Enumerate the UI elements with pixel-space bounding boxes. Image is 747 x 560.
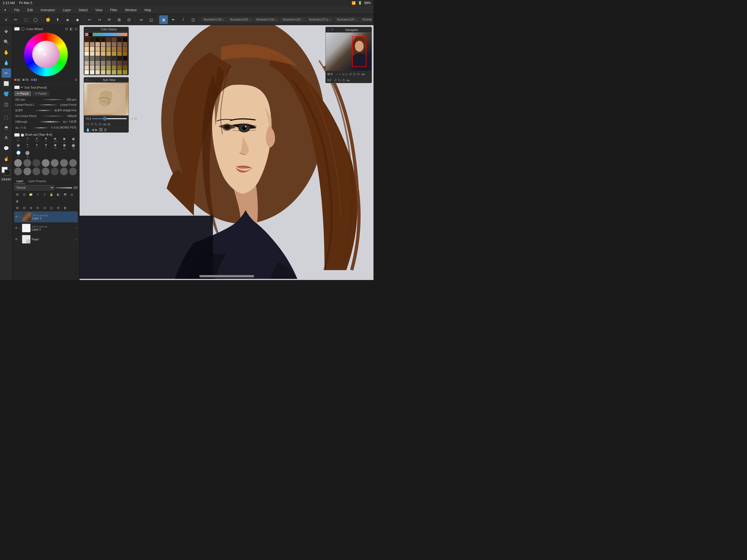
layer-flatten[interactable]: ⊟ bbox=[21, 205, 27, 211]
color-cell-26[interactable] bbox=[96, 51, 100, 56]
nav-rotate-cw[interactable]: ↻ bbox=[353, 72, 356, 76]
tab-illustration126[interactable]: Illustration126[× bbox=[280, 17, 306, 22]
toolbar-move[interactable]: ⬆ bbox=[53, 15, 62, 24]
layer-reference[interactable]: ◎ bbox=[69, 192, 75, 198]
opacity-slider[interactable] bbox=[55, 187, 72, 188]
toolbar-grab[interactable]: ✊ bbox=[44, 15, 52, 24]
color-cell-55[interactable] bbox=[123, 65, 127, 70]
tool-pen[interactable]: ✏ bbox=[2, 68, 11, 78]
sub-view-flip[interactable]: ⟳ bbox=[99, 122, 102, 126]
paper-visibility[interactable]: 👁 bbox=[15, 237, 18, 241]
color-cell-45[interactable] bbox=[112, 61, 116, 65]
color-wheel-view2[interactable]: ⊟ bbox=[75, 27, 78, 31]
toolbar-lasso[interactable]: ⬚ bbox=[21, 15, 30, 24]
paper-lock[interactable]: □ bbox=[19, 238, 21, 241]
color-cell-59[interactable] bbox=[101, 70, 105, 74]
tool-zoom[interactable]: 🔍 bbox=[2, 37, 11, 47]
color-history-drag[interactable]: ✕ — bbox=[85, 28, 91, 31]
color-cell-5[interactable] bbox=[112, 37, 116, 42]
color-cell-2[interactable] bbox=[96, 37, 100, 42]
tab-illustration124[interactable]: Illustration124[× bbox=[254, 17, 279, 22]
brush-size-0.7[interactable]: 0.7 bbox=[14, 138, 23, 143]
menu-help[interactable]: Help bbox=[143, 8, 153, 12]
color-cell-53[interactable] bbox=[112, 65, 116, 70]
layer-delete[interactable]: 🗑 bbox=[14, 198, 20, 204]
app-logo[interactable]: ✦ bbox=[2, 8, 8, 12]
color-wheel-drag[interactable]: ⋮⋮ bbox=[14, 27, 20, 31]
color-cell-9[interactable] bbox=[90, 42, 94, 47]
color-cell-38[interactable] bbox=[117, 56, 122, 60]
color-cell-60[interactable] bbox=[106, 70, 111, 74]
sub-view-skip-back[interactable]: ⏮ bbox=[103, 122, 106, 126]
tab-illustration128[interactable]: Illustration128× bbox=[334, 17, 359, 22]
color-cell-56[interactable] bbox=[84, 70, 89, 74]
color-cell-19[interactable] bbox=[101, 47, 105, 51]
brush-size-17[interactable]: 17 bbox=[14, 151, 23, 158]
nav-angle-reset[interactable]: ⟳ bbox=[342, 78, 345, 82]
tab-pencil[interactable]: ✏ Pencil bbox=[14, 91, 31, 96]
color-cell-27[interactable] bbox=[101, 51, 105, 56]
color-cell-29[interactable] bbox=[112, 51, 116, 56]
layer-paper[interactable]: ◫ bbox=[48, 205, 54, 211]
layer-2-menu[interactable]: ≡ bbox=[75, 226, 77, 230]
nav-angle-start[interactable]: ⏮ bbox=[346, 78, 350, 82]
tool-move[interactable]: ✥ bbox=[2, 27, 11, 36]
nav-actual-size[interactable]: ◎ bbox=[345, 73, 348, 76]
menu-filter[interactable]: Filter bbox=[108, 8, 119, 12]
color-cell-58[interactable] bbox=[96, 70, 100, 74]
color-cell-6[interactable] bbox=[117, 37, 122, 42]
layer-2-lock[interactable]: □ bbox=[19, 227, 21, 230]
nav-rotate-ccw[interactable]: ↺ bbox=[349, 72, 352, 76]
color-cell-34[interactable] bbox=[96, 56, 100, 60]
brush-size-15[interactable]: 15 bbox=[69, 144, 78, 150]
color-cell-43[interactable] bbox=[101, 61, 105, 65]
brush-size-7[interactable]: 7 bbox=[32, 144, 41, 150]
toolbar-ellipse[interactable]: ◯ bbox=[31, 15, 40, 24]
layer-copy-paste[interactable]: ⊡ bbox=[42, 205, 48, 211]
color-cell-3[interactable] bbox=[101, 37, 105, 42]
brush-shape-6[interactable] bbox=[69, 159, 77, 167]
tool-text[interactable]: A bbox=[2, 133, 11, 143]
menu-select[interactable]: Select bbox=[77, 8, 89, 12]
new-folder[interactable]: 📁 bbox=[28, 192, 34, 198]
brush-lineart2[interactable]: Lineart Pencil 2 Lineart Pencil bbox=[14, 103, 78, 107]
brush-size-1.5[interactable]: 1.5 bbox=[32, 138, 41, 143]
tool-rotate[interactable]: ✋ bbox=[2, 48, 11, 57]
tool-select-rect[interactable]: ⬚ bbox=[2, 112, 11, 122]
brush-001pen[interactable]: 001 pen 000 pen bbox=[14, 97, 78, 102]
brush-nuiro[interactable]: ぬいろる モモ펜 (MOMO PEN) bbox=[14, 125, 78, 130]
color-cell-35[interactable] bbox=[101, 56, 105, 60]
nav-flip[interactable]: ⟳ bbox=[357, 72, 360, 76]
color-cell-37[interactable] bbox=[112, 56, 116, 60]
toolbar-eraser-mode[interactable]: ◫ bbox=[189, 15, 198, 24]
brush-size-12[interactable]: 12 bbox=[60, 144, 69, 150]
color-cell-51[interactable] bbox=[101, 65, 105, 70]
navigator-minimize[interactable]: — ✕ bbox=[327, 28, 334, 31]
layer-merge-down[interactable]: ⊕ bbox=[28, 205, 34, 211]
tab-layer-property[interactable]: Layer Property bbox=[26, 179, 48, 184]
brush-size-4[interactable]: 4 bbox=[69, 138, 78, 143]
color-cell-40[interactable] bbox=[84, 61, 89, 65]
brush-size-5[interactable]: 5 bbox=[14, 144, 23, 150]
color-cell-61[interactable] bbox=[112, 70, 116, 74]
paper-menu[interactable]: ≡ bbox=[75, 237, 77, 241]
sub-view-prev[interactable]: ◀ bbox=[91, 128, 94, 132]
nav-angle-ccw[interactable]: ↺ bbox=[334, 78, 337, 82]
toolbar-pen-mode[interactable]: ✒ bbox=[169, 15, 178, 24]
color-cell-15[interactable] bbox=[123, 42, 127, 47]
toolbar-rotate[interactable]: ⟳ bbox=[105, 15, 114, 24]
color-cell-50[interactable] bbox=[96, 65, 100, 70]
layer-1-visibility[interactable]: 👁 bbox=[15, 215, 18, 219]
layer-row-paper[interactable]: 👁 □ Paper ≡ bbox=[14, 234, 78, 245]
color-wheel-picker[interactable] bbox=[32, 41, 60, 68]
toolbar-expand[interactable]: ≡ bbox=[2, 15, 10, 24]
tool-speech[interactable]: 💬 bbox=[2, 144, 11, 153]
color-cell-62[interactable] bbox=[117, 70, 122, 74]
toolbar-brush-mode[interactable]: / bbox=[179, 15, 187, 24]
nav-angle-cw[interactable]: ↻ bbox=[338, 78, 341, 82]
color-cell-16[interactable] bbox=[84, 47, 89, 51]
color-cell-20[interactable] bbox=[106, 47, 111, 51]
tab-layer[interactable]: Layer bbox=[14, 179, 25, 184]
brush-shape-13[interactable] bbox=[69, 168, 77, 175]
tool-eyedropper[interactable]: 💧 bbox=[2, 58, 11, 67]
